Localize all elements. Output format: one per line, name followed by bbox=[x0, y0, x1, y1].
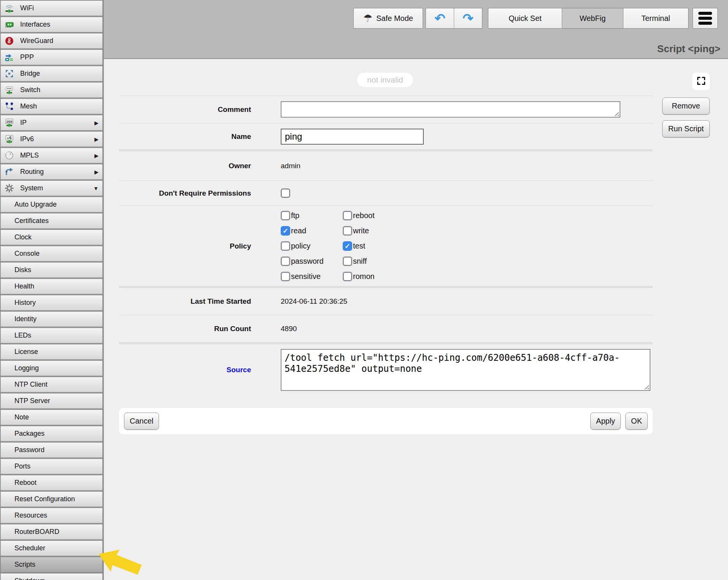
sidebar-item-label: Switch bbox=[20, 86, 40, 94]
redo-button[interactable]: ↷ bbox=[454, 8, 482, 29]
sidebar-item-mesh[interactable]: Mesh bbox=[0, 99, 103, 114]
sidebar-item-scripts[interactable]: Scripts bbox=[0, 557, 103, 572]
fullscreen-button[interactable] bbox=[692, 73, 710, 90]
chevron-right-icon: ▶ bbox=[94, 136, 99, 142]
sidebar-item-scheduler[interactable]: Scheduler bbox=[0, 540, 103, 556]
wireguard-icon bbox=[4, 36, 14, 46]
policy-option-romon[interactable]: romon bbox=[343, 272, 375, 281]
sidebar-item-history[interactable]: History bbox=[0, 295, 103, 311]
content-panel: not invalid Remove Run Script Comment bbox=[104, 59, 728, 580]
sidebar-item-logging[interactable]: Logging bbox=[0, 360, 103, 376]
policy-option-sniff[interactable]: sniff bbox=[343, 257, 375, 266]
ip-icon: 255 bbox=[4, 118, 14, 128]
source-input[interactable]: /tool fetch url="https://hc-ping.com/620… bbox=[281, 349, 650, 391]
sidebar-item-reset-configuration[interactable]: Reset Configuration bbox=[0, 491, 103, 507]
sidebar-item-bridge[interactable]: Bridge bbox=[0, 66, 103, 81]
ok-button[interactable]: OK bbox=[625, 413, 648, 430]
policy-checkbox-romon[interactable] bbox=[343, 272, 352, 281]
sidebar-item-ip[interactable]: 255IP▶ bbox=[0, 115, 103, 131]
policy-checkbox-sensitive[interactable] bbox=[281, 272, 290, 281]
sidebar-item-note[interactable]: Note bbox=[0, 410, 103, 425]
sidebar-item-label: Shutdown bbox=[14, 577, 45, 580]
sidebar-item-label: Scheduler bbox=[14, 544, 45, 552]
sidebar-item-clock[interactable]: Clock bbox=[0, 229, 103, 245]
chevron-right-icon: ▶ bbox=[94, 153, 99, 159]
sidebar-item-label: Clock bbox=[14, 233, 32, 241]
cancel-button[interactable]: Cancel bbox=[124, 413, 159, 430]
sidebar-item-wifi[interactable]: WiFi bbox=[0, 0, 103, 16]
sidebar-item-reboot[interactable]: Reboot bbox=[0, 475, 103, 491]
policy-checkbox-sniff[interactable] bbox=[343, 257, 352, 266]
sidebar-item-label: Console bbox=[14, 250, 40, 258]
sidebar-item-system[interactable]: System▼ bbox=[0, 180, 103, 196]
sidebar-item-switch[interactable]: Switch bbox=[0, 82, 103, 98]
sidebar-item-leds[interactable]: LEDs bbox=[0, 328, 103, 343]
webfig-button[interactable]: WebFig bbox=[562, 8, 623, 29]
remove-button[interactable]: Remove bbox=[662, 97, 710, 115]
sidebar-item-certificates[interactable]: Certificates bbox=[0, 213, 103, 229]
run-script-button[interactable]: Run Script bbox=[662, 120, 710, 137]
run-count-value: 4890 bbox=[281, 325, 297, 333]
policy-option-label: sniff bbox=[353, 257, 367, 266]
page-title: Script <ping> bbox=[657, 43, 720, 55]
sidebar-item-auto-upgrade[interactable]: Auto Upgrade bbox=[0, 197, 103, 212]
sidebar-item-wireguard[interactable]: WireGuard bbox=[0, 33, 103, 49]
bridge-icon bbox=[4, 69, 14, 79]
policy-option-policy[interactable]: policy bbox=[281, 241, 343, 251]
policy-option-reboot[interactable]: reboot bbox=[343, 211, 375, 220]
sidebar-item-ports[interactable]: Ports bbox=[0, 459, 103, 474]
sidebar-item-interfaces[interactable]: Interfaces bbox=[0, 17, 103, 32]
name-input[interactable] bbox=[281, 129, 424, 145]
owner-label: Owner bbox=[119, 162, 281, 170]
policy-checkbox-password[interactable] bbox=[281, 257, 290, 266]
dont-require-permissions-checkbox[interactable] bbox=[281, 188, 290, 198]
routing-icon bbox=[4, 167, 14, 177]
sidebar-item-disks[interactable]: Disks bbox=[0, 262, 103, 278]
sidebar-item-identity[interactable]: Identity bbox=[0, 311, 103, 327]
terminal-button[interactable]: Terminal bbox=[623, 8, 688, 29]
sidebar-item-password[interactable]: Password bbox=[0, 442, 103, 458]
sidebar-item-routerboard[interactable]: RouterBOARD bbox=[0, 524, 103, 540]
sidebar-item-console[interactable]: Console bbox=[0, 246, 103, 261]
undo-button[interactable]: ↶ bbox=[426, 8, 454, 29]
sidebar-item-mpls[interactable]: MPLS▶ bbox=[0, 148, 103, 163]
interfaces-icon bbox=[4, 19, 14, 30]
policy-option-read[interactable]: ✓read bbox=[281, 226, 343, 236]
policy-checkbox-ftp[interactable] bbox=[281, 211, 290, 220]
source-row: Source /tool fetch url="https://hc-ping.… bbox=[119, 344, 653, 398]
policy-checkbox-write[interactable] bbox=[343, 226, 352, 236]
policy-checkbox-reboot[interactable] bbox=[343, 211, 352, 220]
comment-input[interactable] bbox=[281, 101, 620, 118]
quick-set-button[interactable]: Quick Set bbox=[488, 8, 562, 29]
sidebar-item-resources[interactable]: Resources bbox=[0, 508, 103, 523]
safe-mode-button[interactable]: ☂ Safe Mode bbox=[353, 8, 423, 29]
sidebar-item-ntp-client[interactable]: NTP Client bbox=[0, 377, 103, 392]
name-label: Name bbox=[119, 132, 281, 141]
sidebar-item-routing[interactable]: Routing▶ bbox=[0, 164, 103, 180]
policy-checkbox-read[interactable]: ✓ bbox=[281, 226, 290, 236]
sidebar-item-label: Auto Upgrade bbox=[14, 201, 57, 209]
policy-option-sensitive[interactable]: sensitive bbox=[281, 272, 343, 281]
switch-icon bbox=[4, 85, 14, 95]
sidebar-item-ppp[interactable]: PPP bbox=[0, 49, 103, 65]
sidebar-item-ntp-server[interactable]: NTP Server bbox=[0, 393, 103, 409]
sidebar-item-shutdown[interactable]: Shutdown bbox=[0, 573, 103, 580]
policy-option-label: reboot bbox=[353, 211, 375, 220]
dont-require-permissions-row: Don't Require Permissions bbox=[119, 181, 653, 206]
policy-option-ftp[interactable]: ftp bbox=[281, 211, 343, 220]
wifi-icon bbox=[4, 3, 14, 13]
sidebar-item-health[interactable]: Health bbox=[0, 279, 103, 294]
hamburger-menu-button[interactable] bbox=[693, 8, 718, 29]
policy-option-write[interactable]: write bbox=[343, 226, 375, 236]
sidebar-item-label: Resources bbox=[14, 511, 47, 519]
policy-checkbox-policy[interactable] bbox=[281, 241, 290, 251]
apply-button[interactable]: Apply bbox=[590, 413, 621, 430]
sidebar-item-label: History bbox=[14, 299, 36, 307]
sidebar-item-license[interactable]: License bbox=[0, 344, 103, 360]
sidebar-item-label: Identity bbox=[14, 315, 37, 323]
policy-checkbox-test[interactable]: ✓ bbox=[343, 241, 352, 251]
policy-option-test[interactable]: ✓test bbox=[343, 241, 375, 251]
sidebar-item-ipv6[interactable]: v6IPv6▶ bbox=[0, 131, 103, 147]
policy-option-password[interactable]: password bbox=[281, 257, 343, 266]
sidebar-item-packages[interactable]: Packages bbox=[0, 426, 103, 441]
